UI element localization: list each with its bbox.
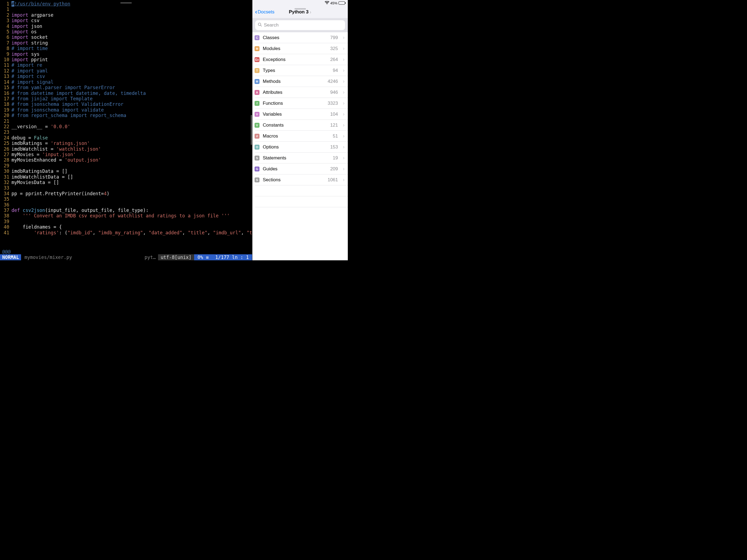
line-number: 38 <box>0 213 11 219</box>
docset-category-row[interactable]: VConstants121› <box>255 120 348 131</box>
code-line[interactable]: 14# import signal <box>0 79 252 85</box>
docset-category-row[interactable]: OOptions153› <box>255 142 348 153</box>
filetype-indicator: pyt… <box>143 254 158 260</box>
code-line[interactable]: 12# import yaml <box>0 68 252 74</box>
code-line[interactable]: 24debug = False <box>0 135 252 141</box>
code-line[interactable]: 1 <box>0 6 252 12</box>
code-line[interactable]: 40 fieldnames = { <box>0 224 252 230</box>
line-number: 24 <box>0 135 11 141</box>
docset-category-list[interactable]: CClasses799›MModules325›ExExceptions264›… <box>252 32 348 260</box>
code-text: imdbWatchlist = 'watchlist.json' <box>11 146 252 152</box>
docset-category-row[interactable]: MMethods4246› <box>255 76 348 87</box>
slideover-handle-icon[interactable] <box>120 2 132 4</box>
docset-category-row[interactable]: ExExceptions264› <box>255 54 348 65</box>
code-line[interactable]: 37def csv2json(input_file, output_file, … <box>0 207 252 213</box>
docset-category-row[interactable]: TTypes94› <box>255 65 348 76</box>
chevron-right-icon: › <box>343 100 344 106</box>
category-count: 209 <box>330 166 338 172</box>
vim-statusline: NORMAL mymovies/mixer.py pyt… utf-8[unix… <box>0 254 252 260</box>
code-line[interactable]: 19# from jsonschema import validate <box>0 107 252 113</box>
code-line[interactable]: 31imdbWatchlistData = [] <box>0 174 252 180</box>
back-button[interactable]: ‹ Docsets <box>255 8 275 16</box>
docset-category-row[interactable]: CClasses799› <box>255 32 348 43</box>
line-number: 34 <box>0 191 11 196</box>
code-line[interactable]: 32myMoviesData = [] <box>0 180 252 185</box>
code-line[interactable]: 41 'ratings': ("imdb_id", "imdb_my_ratin… <box>0 230 252 235</box>
code-line[interactable]: 33 <box>0 185 252 190</box>
code-area[interactable]: 1#!/usr/bin/env python12import argparse3… <box>0 0 252 249</box>
category-label: Exceptions <box>263 57 327 62</box>
category-label: Constants <box>263 123 327 128</box>
code-text: # from jsonschema import validate <box>11 107 252 113</box>
code-line[interactable]: 27myMovies = 'input.json' <box>0 152 252 157</box>
category-label: Attributes <box>263 90 327 95</box>
docset-category-row[interactable]: GGuides209› <box>255 163 348 175</box>
code-line[interactable]: 4import json <box>0 24 252 29</box>
code-line[interactable]: 7import string <box>0 40 252 46</box>
code-line[interactable]: 16# from datetime import datetime, date,… <box>0 91 252 96</box>
code-line[interactable]: 30imdbRatingsData = [] <box>0 169 252 174</box>
battery-percent-label: 45% <box>330 1 337 5</box>
code-text: # from report_schema import report_schem… <box>11 113 252 118</box>
code-line[interactable]: 9import sys <box>0 51 252 57</box>
code-line[interactable]: 21 <box>0 119 252 124</box>
code-line[interactable]: 5import os <box>0 29 252 34</box>
code-line[interactable]: 28myMoviesEnhanced = 'output.json' <box>0 157 252 163</box>
code-line[interactable]: 13# import csv <box>0 74 252 79</box>
code-line[interactable]: 25imdbRatings = 'ratings.json' <box>0 141 252 146</box>
line-number: 17 <box>0 96 11 101</box>
code-line[interactable]: 6import socket <box>0 34 252 40</box>
docset-category-row[interactable]: VVariables104› <box>255 109 348 120</box>
code-text: def csv2json(input_file, output_file, fi… <box>11 207 252 213</box>
line-number: 35 <box>0 196 11 202</box>
code-line[interactable]: 34pp = pprint.PrettyPrinter(indent=4) <box>0 191 252 196</box>
code-text: import pprint <box>11 57 252 62</box>
code-line[interactable]: 2import argparse <box>0 12 252 18</box>
code-line[interactable]: 15# from yaml.parser import ParserError <box>0 85 252 90</box>
list-separator <box>255 185 348 196</box>
docset-category-row[interactable]: #Macros51› <box>255 131 348 142</box>
code-line[interactable]: 22__version__ = '0.0.0' <box>0 124 252 129</box>
chevron-right-icon: › <box>343 122 344 128</box>
code-line[interactable]: 29 <box>0 163 252 169</box>
docset-category-row[interactable]: AAttributes946› <box>255 87 348 98</box>
category-count: 325 <box>330 46 338 51</box>
code-line[interactable]: 26imdbWatchlist = 'watchlist.json' <box>0 146 252 152</box>
search-input[interactable] <box>255 20 345 30</box>
code-text: # import csv <box>11 74 252 79</box>
docset-category-row[interactable]: SStatements19› <box>255 153 348 163</box>
category-label: Methods <box>263 79 324 84</box>
code-text: __version__ = '0.0.0' <box>11 124 252 129</box>
category-badge-icon: M <box>255 79 259 84</box>
docset-category-row[interactable]: fFunctions3323› <box>255 98 348 109</box>
line-number: 39 <box>0 219 11 224</box>
category-count: 264 <box>330 57 338 62</box>
code-text: imdbWatchlistData = [] <box>11 174 252 180</box>
line-number: 25 <box>0 141 11 146</box>
scrollbar-thumb[interactable] <box>251 115 252 145</box>
code-line[interactable]: 23 <box>0 129 252 135</box>
line-number: 1 <box>0 6 11 12</box>
code-text: # import re <box>11 62 252 68</box>
line-number: 3 <box>0 18 11 23</box>
code-line[interactable]: 8# import time <box>0 46 252 51</box>
code-line[interactable]: 17# from jinja2 import Template <box>0 96 252 101</box>
line-number: 36 <box>0 202 11 207</box>
code-line[interactable]: 35 <box>0 196 252 202</box>
code-line[interactable]: 20# from report_schema import report_sch… <box>0 113 252 118</box>
code-line[interactable]: 36 <box>0 202 252 207</box>
category-badge-icon: G <box>255 167 259 172</box>
docset-category-row[interactable]: MModules325› <box>255 43 348 54</box>
code-line[interactable]: 39 <box>0 219 252 224</box>
code-line[interactable]: 10import pprint <box>0 57 252 62</box>
code-text: ''' Convert an IMDB csv export of watchl… <box>11 213 252 219</box>
category-badge-icon: S <box>255 177 259 182</box>
docset-category-row[interactable]: SSections1061› <box>255 175 348 185</box>
code-line[interactable]: 11# import re <box>0 62 252 68</box>
code-line[interactable]: 38 ''' Convert an IMDB csv export of wat… <box>0 213 252 219</box>
code-text <box>11 196 252 202</box>
nav-title[interactable]: Python 3 › <box>289 9 311 15</box>
code-line[interactable]: 18# from jsonschema import ValidationErr… <box>0 101 252 107</box>
code-line[interactable]: 3import csv <box>0 18 252 23</box>
line-number: 30 <box>0 169 11 174</box>
